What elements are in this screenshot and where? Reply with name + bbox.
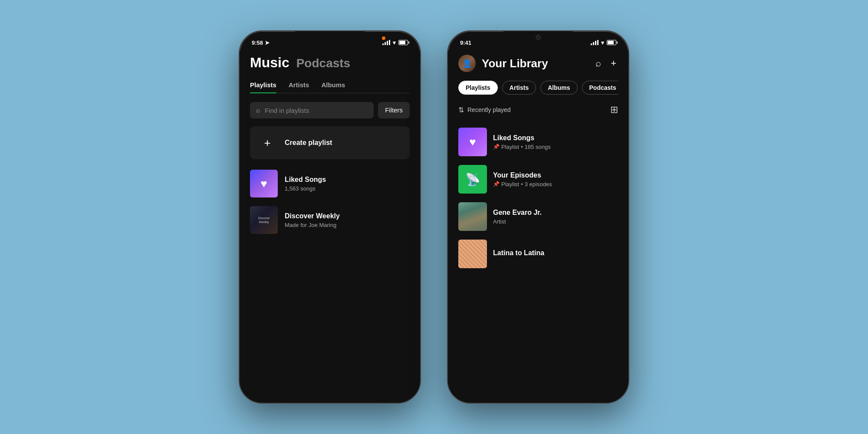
- library-screen: 👤 Your Library ⌕ + Playlists Artists Alb…: [448, 50, 628, 403]
- latina-thumbnail: [458, 240, 487, 268]
- discover-weekly-info: Discover Weekly Made for Joe Maring: [285, 212, 340, 228]
- item-name: Liked Songs: [493, 134, 551, 142]
- signal-icon: [591, 40, 598, 45]
- status-icons: ▾: [591, 39, 616, 46]
- search-row: ⌕ Find in playlists Filters: [250, 102, 410, 118]
- status-icons: ▾: [382, 39, 408, 46]
- notch: [295, 31, 365, 44]
- list-item[interactable]: ♥ Liked Songs 📌 Playlist • 185 songs: [458, 123, 618, 161]
- latina-pattern: [458, 240, 487, 268]
- time: 9:58 ➤: [252, 39, 270, 46]
- item-sub: 📌 Playlist • 185 songs: [493, 144, 551, 150]
- liked-songs-info: Liked Songs 1,563 songs: [285, 176, 326, 192]
- create-playlist-button[interactable]: + Create playlist: [250, 126, 410, 159]
- liked-songs-info: Liked Songs 📌 Playlist • 185 songs: [493, 134, 551, 150]
- tab-playlists[interactable]: Playlists: [250, 81, 276, 93]
- tabs-row: Playlists Artists Albums: [250, 81, 410, 93]
- library-header: 👤 Your Library ⌕ +: [458, 55, 618, 72]
- avatar-image: 👤: [458, 55, 476, 72]
- pin-icon: 📌: [493, 144, 500, 150]
- list-item[interactable]: Latina to Latina: [458, 235, 618, 273]
- item-sub: 📌 Playlist • 3 episodes: [493, 181, 552, 187]
- filters-button[interactable]: Filters: [378, 102, 410, 118]
- battery-icon: [398, 40, 408, 45]
- sort-row: ⇅ Recently played ⊞: [458, 104, 618, 115]
- create-playlist-label: Create playlist: [285, 139, 332, 147]
- list-item[interactable]: ♥ Liked Songs 1,563 songs: [250, 165, 410, 202]
- chip-playlists[interactable]: Playlists: [458, 81, 498, 95]
- playlist-sub: 1,563 songs: [285, 185, 326, 192]
- podcasts-tab[interactable]: Podcasts: [296, 56, 351, 70]
- gene-evaro-thumbnail: [458, 202, 487, 231]
- chip-podcasts[interactable]: Podcasts & Sho: [582, 81, 618, 95]
- sort-icon: ⇅: [458, 106, 464, 114]
- podcast-icon: 📡: [465, 172, 480, 187]
- playlist-sub: Made for Joe Maring: [285, 222, 340, 228]
- discover-thumb-text: DiscoverWeekly: [258, 216, 270, 224]
- wifi-icon: ▾: [601, 39, 604, 46]
- power-button[interactable]: [420, 118, 421, 157]
- heart-icon: ♥: [260, 177, 267, 191]
- item-sub: Artist: [493, 218, 542, 225]
- item-name: Gene Evaro Jr.: [493, 209, 542, 217]
- camera-indicator: [382, 36, 385, 40]
- search-box[interactable]: ⌕ Find in playlists: [250, 102, 374, 118]
- sort-label: Recently played: [467, 106, 511, 113]
- list-item[interactable]: 📡 Your Episodes 📌 Playlist • 3 episodes: [458, 161, 618, 198]
- music-header: Music Podcasts: [250, 55, 410, 71]
- power-button[interactable]: [628, 118, 629, 157]
- mute-button[interactable]: [447, 92, 448, 108]
- wifi-icon: ▾: [393, 39, 396, 46]
- latina-info: Latina to Latina: [493, 249, 544, 259]
- sort-button[interactable]: ⇅ Recently played: [458, 106, 511, 114]
- item-name: Your Episodes: [493, 171, 552, 179]
- your-episodes-info: Your Episodes 📌 Playlist • 3 episodes: [493, 171, 552, 187]
- playlist-name: Liked Songs: [285, 176, 326, 184]
- volume-down-button[interactable]: [239, 146, 240, 172]
- item-name: Latina to Latina: [493, 249, 544, 257]
- music-tab[interactable]: Music: [250, 55, 289, 71]
- search-icon[interactable]: ⌕: [594, 56, 603, 71]
- volume-up-button[interactable]: [239, 114, 240, 140]
- volume-up-button[interactable]: [447, 114, 448, 140]
- chip-artists[interactable]: Artists: [502, 81, 536, 95]
- liked-songs-thumbnail: ♥: [458, 128, 487, 156]
- list-item[interactable]: Gene Evaro Jr. Artist: [458, 198, 618, 235]
- notch: [503, 31, 573, 44]
- add-icon[interactable]: +: [609, 56, 618, 71]
- tab-albums[interactable]: Albums: [321, 81, 345, 93]
- liked-songs-thumbnail: ♥: [250, 170, 278, 197]
- your-episodes-thumbnail: 📡: [458, 165, 487, 194]
- time: 9:41: [460, 39, 471, 46]
- library-title: Your Library: [482, 57, 588, 70]
- playlist-name: Discover Weekly: [285, 212, 340, 220]
- gene-evaro-info: Gene Evaro Jr. Artist: [493, 209, 542, 225]
- chip-albums[interactable]: Albums: [540, 81, 577, 95]
- list-item[interactable]: DiscoverWeekly Discover Weekly Made for …: [250, 202, 410, 238]
- search-icon: ⌕: [256, 106, 260, 114]
- gene-photo: [458, 202, 487, 231]
- grid-view-icon[interactable]: ⊞: [610, 104, 618, 115]
- left-phone: 9:58 ➤ ▾ Music Podcasts Playlists Artist…: [239, 30, 421, 404]
- pin-icon: 📌: [493, 181, 500, 187]
- plus-icon: +: [259, 134, 276, 151]
- mute-button[interactable]: [239, 92, 240, 108]
- avatar[interactable]: 👤: [458, 55, 476, 72]
- filter-chips: Playlists Artists Albums Podcasts & Sho: [458, 81, 618, 95]
- search-placeholder: Find in playlists: [265, 107, 309, 114]
- discover-weekly-thumbnail: DiscoverWeekly: [250, 206, 278, 234]
- volume-down-button[interactable]: [447, 146, 448, 172]
- battery-icon: [607, 40, 616, 45]
- camera: [536, 35, 541, 40]
- signal-icon: [382, 40, 390, 45]
- right-phone: 9:41 ▾ 👤 Your Library ⌕ + Playlists Arti…: [447, 30, 629, 404]
- music-screen: Music Podcasts Playlists Artists Albums …: [240, 50, 420, 403]
- tab-artists[interactable]: Artists: [289, 81, 309, 93]
- heart-icon: ♥: [469, 135, 476, 149]
